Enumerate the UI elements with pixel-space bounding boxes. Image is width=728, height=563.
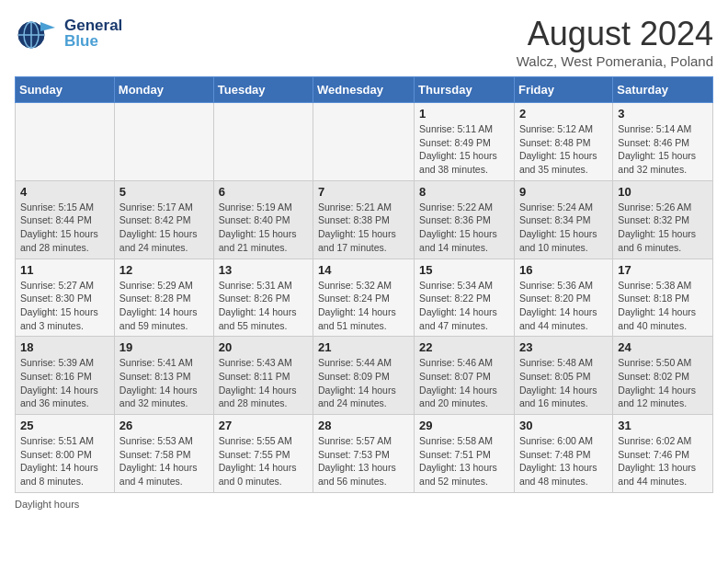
calendar-cell: 21Sunrise: 5:44 AM Sunset: 8:09 PM Dayli… — [313, 337, 415, 415]
logo: General Blue — [15, 15, 122, 52]
calendar-cell: 5Sunrise: 5:17 AM Sunset: 8:42 PM Daylig… — [114, 180, 213, 259]
calendar-cell: 4Sunrise: 5:15 AM Sunset: 8:44 PM Daylig… — [16, 180, 115, 259]
day-number: 20 — [219, 340, 308, 354]
calendar-header-wednesday: Wednesday — [313, 77, 415, 103]
calendar-week-row: 1Sunrise: 5:11 AM Sunset: 8:49 PM Daylig… — [16, 103, 713, 181]
day-number: 8 — [419, 185, 509, 199]
calendar-cell: 29Sunrise: 5:58 AM Sunset: 7:51 PM Dayli… — [415, 415, 515, 493]
calendar-cell: 15Sunrise: 5:34 AM Sunset: 8:22 PM Dayli… — [415, 259, 515, 337]
cell-content: Sunrise: 5:22 AM Sunset: 8:36 PM Dayligh… — [419, 201, 509, 255]
cell-content: Sunrise: 5:14 AM Sunset: 8:46 PM Dayligh… — [618, 122, 708, 177]
day-number: 14 — [318, 263, 409, 277]
logo-general: General — [64, 17, 122, 33]
calendar-cell: 31Sunrise: 6:02 AM Sunset: 7:46 PM Dayli… — [613, 415, 713, 493]
cell-content: Sunrise: 5:12 AM Sunset: 8:48 PM Dayligh… — [519, 122, 608, 177]
day-number: 19 — [119, 340, 209, 354]
calendar-header-monday: Monday — [114, 77, 213, 103]
cell-content: Sunrise: 5:19 AM Sunset: 8:40 PM Dayligh… — [219, 201, 308, 255]
cell-content: Sunrise: 5:51 AM Sunset: 8:00 PM Dayligh… — [20, 434, 109, 488]
day-number: 11 — [20, 263, 109, 277]
calendar-cell: 3Sunrise: 5:14 AM Sunset: 8:46 PM Daylig… — [613, 103, 713, 181]
calendar-cell: 2Sunrise: 5:12 AM Sunset: 8:48 PM Daylig… — [514, 103, 612, 181]
calendar-cell — [114, 103, 213, 181]
day-number: 15 — [419, 263, 509, 277]
calendar-cell: 7Sunrise: 5:21 AM Sunset: 8:38 PM Daylig… — [313, 180, 415, 259]
cell-content: Sunrise: 5:43 AM Sunset: 8:11 PM Dayligh… — [219, 356, 308, 410]
day-number: 6 — [219, 185, 308, 199]
cell-content: Sunrise: 5:38 AM Sunset: 8:18 PM Dayligh… — [618, 279, 708, 333]
day-number: 23 — [519, 340, 608, 354]
day-number: 28 — [318, 419, 409, 432]
calendar-cell: 14Sunrise: 5:32 AM Sunset: 8:24 PM Dayli… — [313, 259, 415, 337]
day-number: 30 — [519, 419, 608, 432]
day-number: 31 — [618, 419, 708, 432]
calendar-week-row: 4Sunrise: 5:15 AM Sunset: 8:44 PM Daylig… — [16, 180, 713, 259]
day-number: 12 — [119, 263, 209, 277]
day-number: 27 — [219, 419, 308, 432]
calendar-cell: 26Sunrise: 5:53 AM Sunset: 7:58 PM Dayli… — [114, 415, 213, 493]
day-number: 2 — [519, 107, 608, 121]
calendar-header-friday: Friday — [514, 77, 612, 103]
day-number: 9 — [519, 185, 608, 199]
day-number: 3 — [618, 107, 708, 121]
calendar-cell: 10Sunrise: 5:26 AM Sunset: 8:32 PM Dayli… — [613, 180, 713, 259]
cell-content: Sunrise: 5:36 AM Sunset: 8:20 PM Dayligh… — [519, 279, 608, 333]
day-number: 7 — [318, 185, 409, 199]
day-number: 21 — [318, 340, 409, 354]
calendar-cell: 23Sunrise: 5:48 AM Sunset: 8:05 PM Dayli… — [514, 337, 612, 415]
cell-content: Sunrise: 5:50 AM Sunset: 8:02 PM Dayligh… — [618, 356, 708, 410]
calendar-cell: 30Sunrise: 6:00 AM Sunset: 7:48 PM Dayli… — [514, 415, 612, 493]
calendar-cell — [313, 103, 415, 181]
cell-content: Sunrise: 5:44 AM Sunset: 8:09 PM Dayligh… — [318, 356, 409, 410]
day-number: 16 — [519, 263, 608, 277]
day-number: 17 — [618, 263, 708, 277]
cell-content: Sunrise: 5:31 AM Sunset: 8:26 PM Dayligh… — [219, 279, 308, 333]
day-number: 25 — [20, 419, 109, 432]
day-number: 10 — [618, 185, 708, 199]
day-number: 29 — [419, 419, 509, 432]
logo-icon — [15, 15, 61, 52]
location-title: Walcz, West Pomerania, Poland — [517, 53, 713, 69]
cell-content: Sunrise: 5:21 AM Sunset: 8:38 PM Dayligh… — [318, 201, 409, 255]
svg-marker-4 — [40, 22, 55, 31]
day-number: 13 — [219, 263, 308, 277]
day-number: 26 — [119, 419, 209, 432]
cell-content: Sunrise: 5:48 AM Sunset: 8:05 PM Dayligh… — [519, 356, 608, 410]
cell-content: Sunrise: 5:29 AM Sunset: 8:28 PM Dayligh… — [119, 279, 209, 333]
cell-content: Sunrise: 5:24 AM Sunset: 8:34 PM Dayligh… — [519, 201, 608, 255]
calendar-week-row: 11Sunrise: 5:27 AM Sunset: 8:30 PM Dayli… — [16, 259, 713, 337]
calendar-cell: 11Sunrise: 5:27 AM Sunset: 8:30 PM Dayli… — [16, 259, 115, 337]
calendar-cell: 19Sunrise: 5:41 AM Sunset: 8:13 PM Dayli… — [114, 337, 213, 415]
day-number: 18 — [20, 340, 109, 354]
calendar-cell: 18Sunrise: 5:39 AM Sunset: 8:16 PM Dayli… — [16, 337, 115, 415]
calendar-week-row: 25Sunrise: 5:51 AM Sunset: 8:00 PM Dayli… — [16, 415, 713, 493]
calendar-cell: 16Sunrise: 5:36 AM Sunset: 8:20 PM Dayli… — [514, 259, 612, 337]
calendar-cell: 6Sunrise: 5:19 AM Sunset: 8:40 PM Daylig… — [213, 180, 313, 259]
day-number: 22 — [419, 340, 509, 354]
calendar-header-thursday: Thursday — [415, 77, 515, 103]
cell-content: Sunrise: 5:57 AM Sunset: 7:53 PM Dayligh… — [318, 434, 409, 488]
cell-content: Sunrise: 5:55 AM Sunset: 7:55 PM Dayligh… — [219, 434, 308, 488]
calendar-cell — [16, 103, 115, 181]
cell-content: Sunrise: 5:11 AM Sunset: 8:49 PM Dayligh… — [419, 122, 509, 177]
month-title: August 2024 — [517, 15, 713, 53]
calendar-cell: 24Sunrise: 5:50 AM Sunset: 8:02 PM Dayli… — [613, 337, 713, 415]
cell-content: Sunrise: 5:15 AM Sunset: 8:44 PM Dayligh… — [20, 201, 109, 255]
page-header: General Blue August 2024 Walcz, West Pom… — [15, 15, 713, 69]
calendar-cell — [213, 103, 313, 181]
logo-text: General Blue — [64, 17, 122, 49]
cell-content: Sunrise: 5:17 AM Sunset: 8:42 PM Dayligh… — [119, 201, 209, 255]
cell-content: Sunrise: 5:27 AM Sunset: 8:30 PM Dayligh… — [20, 279, 109, 333]
day-number: 24 — [618, 340, 708, 354]
calendar-cell: 25Sunrise: 5:51 AM Sunset: 8:00 PM Dayli… — [16, 415, 115, 493]
logo-blue: Blue — [64, 33, 122, 49]
calendar-table: SundayMondayTuesdayWednesdayThursdayFrid… — [15, 76, 713, 493]
calendar-cell: 20Sunrise: 5:43 AM Sunset: 8:11 PM Dayli… — [213, 337, 313, 415]
calendar-header-tuesday: Tuesday — [213, 77, 313, 103]
cell-content: Sunrise: 5:58 AM Sunset: 7:51 PM Dayligh… — [419, 434, 509, 488]
calendar-header-sunday: Sunday — [16, 77, 115, 103]
cell-content: Sunrise: 5:46 AM Sunset: 8:07 PM Dayligh… — [419, 356, 509, 410]
title-block: August 2024 Walcz, West Pomerania, Polan… — [517, 15, 713, 69]
day-number: 1 — [419, 107, 509, 121]
calendar-header-saturday: Saturday — [613, 77, 713, 103]
